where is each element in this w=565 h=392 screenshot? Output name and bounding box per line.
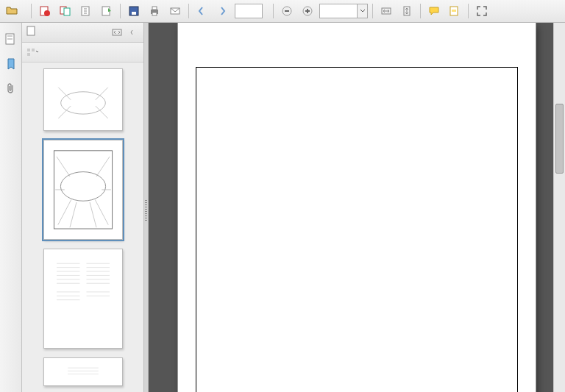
svg-line-33 — [95, 106, 107, 118]
zoom-in-button[interactable] — [299, 2, 316, 20]
pdf-page — [178, 23, 536, 392]
thumbnails-list[interactable] — [22, 63, 143, 392]
attachments-tab[interactable] — [2, 80, 20, 98]
zoom-dropdown[interactable] — [358, 4, 368, 18]
svg-line-41 — [95, 200, 108, 225]
folder-icon — [6, 4, 18, 18]
prev-page-button[interactable] — [193, 2, 211, 20]
svg-line-32 — [58, 106, 71, 118]
svg-line-43 — [90, 202, 96, 227]
svg-rect-16 — [307, 9, 308, 13]
svg-rect-20 — [452, 10, 456, 12]
page-field — [235, 4, 269, 18]
thumbnail-page-6[interactable] — [43, 140, 123, 240]
fullscreen-button[interactable] — [473, 2, 491, 20]
svg-rect-27 — [27, 53, 30, 56]
document-viewer[interactable] — [149, 23, 565, 392]
svg-line-36 — [57, 157, 70, 177]
fit-width-button[interactable] — [377, 2, 395, 20]
print-button[interactable] — [146, 2, 163, 20]
thumbnail-page-7[interactable] — [43, 249, 123, 349]
svg-rect-26 — [27, 49, 30, 51]
save-button[interactable] — [125, 2, 143, 20]
svg-rect-28 — [32, 49, 35, 51]
open-button[interactable] — [3, 2, 26, 20]
thumbs-icon — [26, 26, 37, 39]
bookmarks-tab[interactable] — [2, 55, 20, 73]
svg-rect-10 — [152, 13, 157, 15]
viewer-scrollbar[interactable] — [553, 23, 565, 392]
engine-diagram — [196, 67, 518, 392]
comment-button[interactable] — [425, 2, 443, 20]
toolbar — [0, 0, 565, 23]
combine-button[interactable] — [57, 2, 74, 20]
svg-line-40 — [57, 200, 71, 225]
thumbnail-page-8[interactable] — [43, 357, 123, 386]
svg-rect-24 — [27, 26, 35, 35]
svg-point-29 — [60, 92, 105, 114]
svg-line-31 — [95, 88, 107, 100]
svg-point-35 — [60, 172, 105, 202]
svg-point-1 — [44, 10, 50, 16]
fit-page-button[interactable] — [398, 2, 416, 20]
scrollbar-thumb[interactable] — [555, 104, 564, 174]
thumbs-close-button[interactable] — [127, 26, 139, 38]
highlight-button[interactable] — [446, 2, 463, 20]
svg-rect-13 — [285, 10, 289, 12]
svg-rect-7 — [132, 12, 136, 15]
svg-line-30 — [58, 88, 71, 100]
thumbnail-page-5[interactable] — [43, 68, 123, 131]
email-button[interactable] — [166, 2, 184, 20]
svg-line-37 — [96, 157, 110, 177]
thumbnails-tab[interactable] — [2, 30, 20, 48]
sidebar-tabs — [0, 23, 22, 392]
svg-rect-23 — [7, 38, 13, 40]
create-pdf-button[interactable] — [36, 2, 54, 20]
svg-line-42 — [70, 202, 77, 227]
page-input[interactable] — [235, 4, 263, 18]
svg-rect-3 — [64, 8, 70, 15]
next-page-button[interactable] — [214, 2, 232, 20]
zoom-value — [319, 4, 358, 18]
thumbs-options-button[interactable] — [26, 46, 38, 58]
export-button[interactable] — [77, 2, 95, 20]
thumbnails-panel — [22, 23, 144, 392]
zoom-out-button[interactable] — [278, 2, 296, 20]
svg-rect-22 — [7, 35, 13, 37]
thumbs-collapse-button[interactable] — [111, 26, 123, 38]
attach-button[interactable] — [98, 2, 116, 20]
svg-rect-9 — [152, 7, 157, 10]
